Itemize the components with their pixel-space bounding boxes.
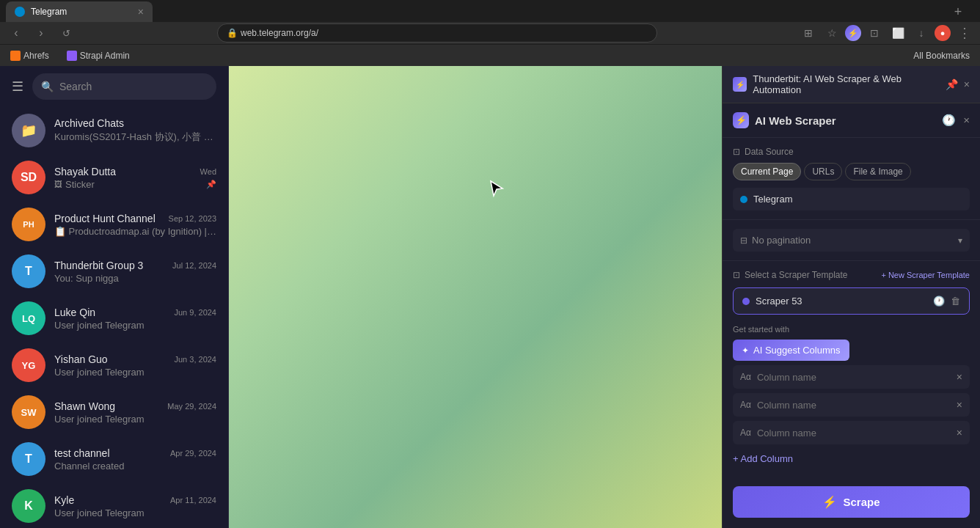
hamburger-menu-icon[interactable]: ☰: [12, 78, 23, 95]
source-tab-file-image[interactable]: File & Image: [845, 163, 910, 180]
sidebar-header: ☰ 🔍 Search: [0, 66, 228, 107]
avatar-producthunt: PH: [12, 208, 45, 241]
ext-title-row: ⚡ AI Web Scraper: [733, 112, 836, 128]
ai-suggest-columns-button[interactable]: ✦ AI Suggest Columns: [733, 340, 849, 361]
thunderbit-panel: ⚡ Thunderbit: AI Web Scraper & Web Autom…: [722, 66, 980, 528]
column-type-icon-3: Aα: [740, 428, 751, 438]
avatar-thunderbit: T: [12, 254, 45, 288]
pagination-row[interactable]: ⊟ No pagination ▾: [733, 229, 970, 252]
column-close-1[interactable]: ×: [957, 371, 962, 383]
page-dot: [740, 196, 747, 203]
avatar-testchannel: T: [12, 442, 45, 476]
thunderbit-ext-icon[interactable]: ⚡: [845, 25, 861, 41]
telegram-chat-area: [229, 66, 722, 528]
chat-item-shayak[interactable]: SD Shayak Dutta Wed 🖼 Sticker 📌: [0, 154, 228, 201]
add-column-button[interactable]: + Add Column: [733, 449, 970, 469]
address-bar[interactable]: 🔒 web.telegram.org/a/: [217, 23, 657, 43]
column-input-3[interactable]: [757, 428, 957, 439]
source-tab-current-page[interactable]: Current Page: [733, 163, 801, 180]
ahrefs-favicon: [10, 51, 21, 61]
history-icon[interactable]: 🕐: [942, 114, 956, 127]
new-template-button[interactable]: + New Scraper Template: [881, 271, 970, 279]
all-bookmarks[interactable]: All Bookmarks: [909, 49, 974, 62]
data-source-icon: ⊡: [733, 147, 740, 157]
chat-preview-testchannel: Channel created: [54, 461, 216, 472]
chat-preview-thunderbit: You: Sup nigga: [54, 273, 216, 284]
wallet-icon[interactable]: ⊡: [864, 23, 885, 43]
tab-close-button[interactable]: ×: [138, 6, 144, 18]
avatar-archived: 📁: [12, 114, 45, 147]
bookmark-ahrefs[interactable]: Ahrefs: [6, 49, 54, 62]
menu-dots[interactable]: ⋮: [954, 23, 974, 43]
chat-name-shawn: Shawn Wong: [54, 400, 115, 412]
chat-preview-kyle: User joined Telegram: [54, 507, 216, 518]
panel-header-right: 📌 ×: [946, 78, 970, 90]
sticker-icon: 🖼: [54, 180, 62, 188]
chat-item-thunderbit[interactable]: T Thunderbit Group 3 Jul 12, 2024 You: S…: [0, 248, 228, 295]
chat-item-shawn[interactable]: SW Shawn Wong May 29, 2024 User joined T…: [0, 389, 228, 436]
chat-item-kyle[interactable]: K Kyle Apr 11, 2024 User joined Telegram: [0, 483, 228, 528]
panel-header-left: ⚡ Thunderbit: AI Web Scraper & Web Autom…: [733, 73, 946, 95]
close-panel-button[interactable]: ×: [964, 78, 970, 90]
chat-item-luke[interactable]: LQ Luke Qin Jun 9, 2024 User joined Tele…: [0, 295, 228, 342]
all-bookmarks-label: All Bookmarks: [913, 51, 970, 61]
browser-tabs: Telegram × +: [0, 0, 980, 22]
panel-header: ⚡ Thunderbit: AI Web Scraper & Web Autom…: [723, 66, 980, 103]
profile-icon[interactable]: ●: [935, 25, 951, 41]
data-source-label: ⊡ Data Source: [733, 147, 970, 157]
chat-list: 📁 Archived Chats Kuromis(SS2017-Hash 协议)…: [0, 107, 228, 528]
active-tab[interactable]: Telegram ×: [6, 1, 153, 22]
scraper-history-icon[interactable]: 🕐: [933, 296, 945, 307]
scraper-left: Scraper 53: [742, 296, 802, 307]
strapi-label: Strapi Admin: [80, 51, 130, 61]
avatar-shawn: SW: [12, 395, 45, 429]
ext-logo: ⚡: [733, 112, 749, 128]
chat-name-yishan: Yishan Guo: [54, 353, 108, 365]
column-input-1[interactable]: [757, 372, 957, 383]
chat-time-shawn: May 29, 2024: [167, 402, 216, 411]
star-icon[interactable]: ☆: [822, 23, 842, 43]
chat-preview-luke: User joined Telegram: [54, 320, 216, 331]
ext-header: ⚡ AI Web Scraper 🕐 ×: [723, 103, 980, 138]
pin-button[interactable]: 📌: [946, 78, 958, 90]
new-tab-button[interactable]: +: [948, 1, 968, 22]
scrape-lightning-icon: ⚡: [822, 495, 837, 509]
data-source-section: ⊡ Data Source Current Page URLs File & I…: [723, 138, 980, 220]
tab-title: Telegram: [31, 7, 132, 17]
column-close-3[interactable]: ×: [957, 427, 962, 439]
extensions-icon[interactable]: ⊞: [798, 23, 819, 43]
search-bar[interactable]: 🔍 Search: [32, 73, 216, 100]
chat-item-testchannel[interactable]: T test channel Apr 29, 2024 Channel crea…: [0, 436, 228, 483]
screenshot-icon[interactable]: ⬜: [888, 23, 908, 43]
active-scraper-item[interactable]: Scraper 53 🕐 🗑: [733, 287, 970, 315]
chat-info-yishan: Yishan Guo Jun 3, 2024 User joined Teleg…: [54, 353, 216, 378]
scraper-active-dot: [742, 298, 750, 305]
tab-favicon: [15, 7, 25, 17]
chat-name-luke: Luke Qin: [54, 307, 95, 318]
chat-time-luke: Jun 9, 2024: [175, 308, 217, 317]
scrape-button[interactable]: ⚡ Scrape: [733, 486, 970, 518]
close-ext-icon[interactable]: ×: [963, 114, 970, 127]
scraper-delete-icon[interactable]: 🗑: [951, 296, 960, 307]
column-close-2[interactable]: ×: [957, 399, 962, 411]
column-row-1: Aα ×: [733, 365, 970, 389]
avatar-luke: LQ: [12, 301, 45, 335]
column-row-3: Aα ×: [733, 421, 970, 444]
toolbar-icons: ⊞ ☆ ⚡ ⊡ ⬜ ↓ ● ⋮: [798, 23, 974, 43]
source-tab-urls[interactable]: URLs: [804, 163, 842, 180]
forward-button[interactable]: ›: [31, 23, 51, 43]
url-display: web.telegram.org/a/: [241, 28, 318, 38]
template-section: ⊡ Select a Scraper Template + New Scrape…: [723, 261, 980, 476]
download-icon[interactable]: ↓: [911, 23, 932, 43]
bookmark-strapi[interactable]: Strapi Admin: [62, 49, 134, 62]
back-button[interactable]: ‹: [6, 23, 26, 43]
chat-name-archived: Archived Chats: [54, 117, 124, 129]
chat-item-producthunt[interactable]: PH Product Hunt Channel Sep 12, 2023 📋 P…: [0, 201, 228, 248]
chat-item-archived[interactable]: 📁 Archived Chats Kuromis(SS2017-Hash 协议)…: [0, 107, 228, 154]
reload-button[interactable]: ↺: [56, 23, 76, 43]
column-input-2[interactable]: [757, 400, 957, 411]
chat-info-archived: Archived Chats Kuromis(SS2017-Hash 协议), …: [54, 117, 216, 144]
chat-preview-producthunt: 📋 Productroadmap.ai (by Ignition) | Conn…: [54, 226, 216, 237]
chat-item-yishan[interactable]: YG Yishan Guo Jun 3, 2024 User joined Te…: [0, 342, 228, 389]
chat-info-thunderbit: Thunderbit Group 3 Jul 12, 2024 You: Sup…: [54, 260, 216, 284]
